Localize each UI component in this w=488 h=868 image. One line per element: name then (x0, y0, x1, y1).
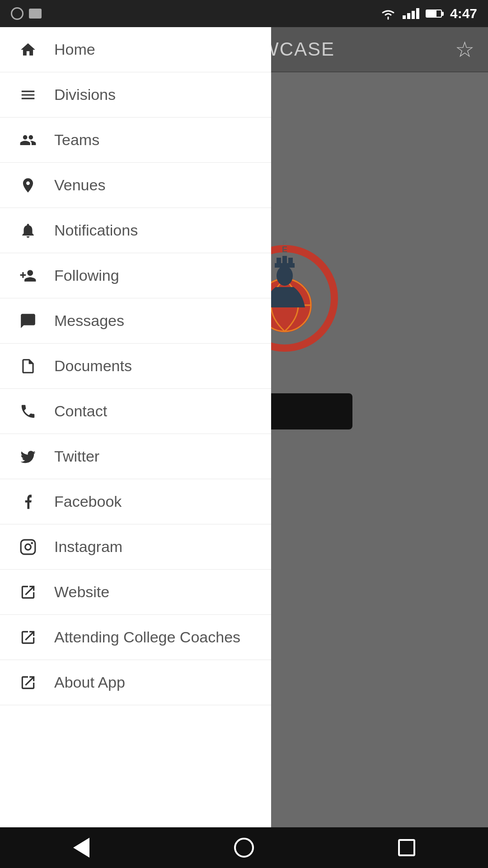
nav-item-messages[interactable]: Messages (0, 298, 271, 344)
teams-icon (18, 130, 38, 150)
nav-item-divisions[interactable]: Divisions (0, 72, 271, 118)
back-button[interactable] (68, 834, 95, 861)
status-icon-2 (29, 9, 42, 19)
nav-label-about-app: About App (54, 674, 125, 691)
navigation-drawer: Home Divisions Teams Venues Notification… (0, 0, 271, 868)
status-bar: 4:47 (0, 0, 488, 27)
home-button[interactable] (230, 834, 258, 861)
nav-item-website[interactable]: Website (0, 570, 271, 615)
nav-label-twitter: Twitter (54, 448, 99, 465)
venues-icon (18, 175, 38, 195)
home-icon (18, 40, 38, 60)
battery-icon (426, 9, 444, 18)
nav-item-about-app[interactable]: About App (0, 660, 271, 705)
nav-label-website: Website (54, 583, 109, 601)
home-button-icon (234, 838, 254, 858)
nav-item-attending-college-coaches[interactable]: Attending College Coaches (0, 615, 271, 660)
signal-icon (403, 8, 419, 19)
instagram-icon (18, 537, 38, 557)
nav-label-instagram: Instagram (54, 538, 122, 556)
nav-item-venues[interactable]: Venues (0, 163, 271, 208)
svg-point-12 (25, 544, 31, 550)
website-icon (18, 582, 38, 602)
nav-item-notifications[interactable]: Notifications (0, 208, 271, 253)
nav-label-messages: Messages (54, 312, 124, 330)
star-icon[interactable]: ☆ (455, 37, 474, 62)
attending-icon (18, 627, 38, 647)
about-icon (18, 673, 38, 693)
wifi-icon (380, 7, 396, 20)
nav-item-home[interactable]: Home (0, 27, 271, 72)
svg-rect-6 (277, 258, 281, 264)
status-left-icons (11, 7, 42, 20)
nav-item-instagram[interactable]: Instagram (0, 524, 271, 570)
bottom-navigation (0, 827, 488, 868)
svg-rect-8 (288, 258, 293, 264)
nav-item-contact[interactable]: Contact (0, 389, 271, 434)
svg-point-4 (277, 266, 293, 286)
notifications-icon (18, 221, 38, 241)
recent-button[interactable] (393, 834, 420, 861)
nav-item-facebook[interactable]: Facebook (0, 479, 271, 524)
documents-icon (18, 356, 38, 376)
nav-label-divisions: Divisions (54, 86, 116, 104)
twitter-icon (18, 447, 38, 467)
svg-point-13 (31, 542, 33, 544)
facebook-icon (18, 492, 38, 512)
nav-label-facebook: Facebook (54, 493, 122, 510)
nav-label-notifications: Notifications (54, 222, 138, 239)
svg-rect-11 (21, 540, 35, 554)
back-icon (73, 838, 89, 858)
divisions-icon (18, 85, 38, 105)
status-right-icons: 4:47 (380, 6, 477, 21)
svg-text:E: E (282, 245, 287, 254)
nav-label-documents: Documents (54, 357, 132, 375)
status-time: 4:47 (450, 6, 477, 21)
svg-text:P: P (282, 239, 286, 246)
recent-icon (398, 839, 415, 856)
nav-item-twitter[interactable]: Twitter (0, 434, 271, 479)
nav-label-teams: Teams (54, 131, 99, 149)
messages-icon (18, 311, 38, 331)
nav-label-attending-college-coaches: Attending College Coaches (54, 628, 240, 646)
nav-item-documents[interactable]: Documents (0, 344, 271, 389)
status-icon-1 (11, 7, 23, 20)
nav-item-following[interactable]: Following (0, 253, 271, 298)
nav-label-following: Following (54, 267, 119, 284)
nav-label-contact: Contact (54, 402, 107, 420)
nav-label-venues: Venues (54, 176, 105, 194)
svg-rect-7 (282, 256, 287, 264)
contact-icon (18, 401, 38, 421)
nav-label-home: Home (54, 41, 95, 58)
following-icon (18, 266, 38, 286)
nav-item-teams[interactable]: Teams (0, 118, 271, 163)
